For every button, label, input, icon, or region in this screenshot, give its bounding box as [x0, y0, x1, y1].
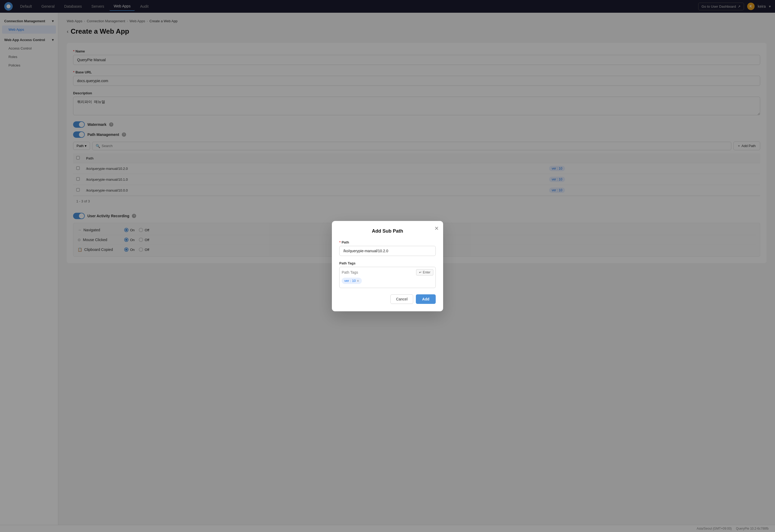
modal-path-tags-label: Path Tags [339, 261, 436, 265]
cancel-button[interactable]: Cancel [391, 294, 413, 304]
modal-title: Add Sub Path [339, 228, 436, 234]
modal-path-label: * Path [339, 240, 436, 244]
enter-icon: ↵ [419, 271, 422, 274]
tags-input-top: ↵ Enter [342, 269, 433, 276]
enter-label: Enter [423, 271, 431, 274]
modal-footer: Cancel Add [339, 294, 436, 304]
tags-input-field[interactable] [342, 270, 416, 275]
tag-chip-ver10: ver : 10 × [342, 278, 362, 284]
modal-close-button[interactable]: ✕ [435, 225, 439, 231]
modal-path-input[interactable] [339, 246, 436, 256]
modal-path-tags-field: Path Tags ↵ Enter ver : 10 × [339, 261, 436, 288]
modal-overlay[interactable]: Add Sub Path ✕ * Path Path Tags ↵ Enter [0, 0, 775, 532]
tags-chips-area: ver : 10 × [342, 278, 433, 284]
tags-input-container: ↵ Enter ver : 10 × [339, 267, 436, 288]
modal-path-field: * Path [339, 240, 436, 256]
enter-button[interactable]: ↵ Enter [416, 269, 433, 276]
tag-chip-remove-button[interactable]: × [357, 279, 359, 283]
add-sub-path-modal: Add Sub Path ✕ * Path Path Tags ↵ Enter [332, 221, 443, 311]
add-button[interactable]: Add [416, 294, 436, 304]
tag-chip-label: ver : 10 [344, 279, 356, 283]
